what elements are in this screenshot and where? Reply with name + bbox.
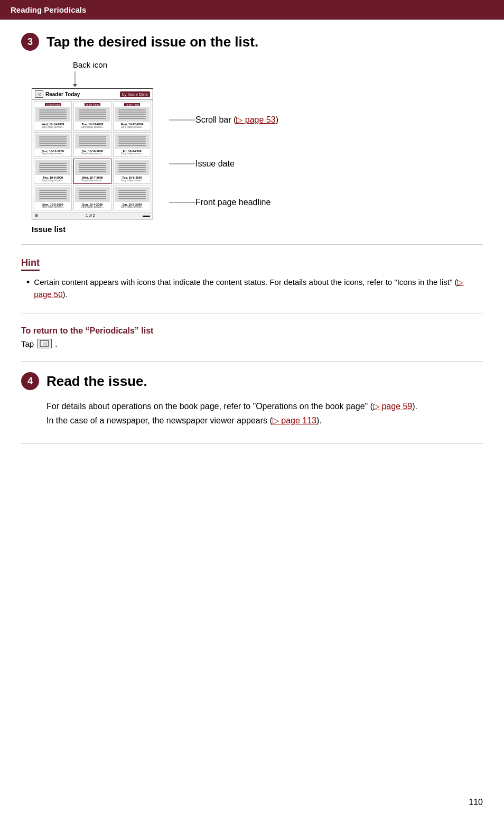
page-header: Reading Periodicals (0, 0, 504, 20)
step4-title: Read the issue. (46, 373, 147, 390)
device-footer: ⊞ 1 of 2 ▬▬ (32, 212, 153, 219)
hint-item: • Certain content appears with icons tha… (26, 276, 483, 300)
list-item: Sat, 10-10-2009 Sony today announ... (73, 132, 111, 158)
issue-thumb (75, 134, 110, 149)
issue-desc: Sony today announ... (35, 180, 70, 182)
scroll-bar-link[interactable]: ▷ page 53 (236, 115, 275, 124)
list-item: To Be Read Tue, 10-13-2009 Sony today an… (73, 101, 111, 131)
issue-thumb (75, 187, 110, 202)
step4-header: 4 Read the issue. (21, 372, 483, 390)
list-item: To Be Read Wed, 10-14-2009 Sony today an… (34, 101, 72, 131)
issue-thumb (35, 160, 70, 175)
list-item: Thu, 10-8-2009 Sony today announ... (34, 159, 72, 184)
list-item: Sun, 10-11-2009 Sony today announ... (34, 132, 72, 158)
return-body: Tap ◁ . (21, 339, 483, 348)
issue-desc: Sony today announ... (75, 153, 110, 155)
section-divider-3 (21, 361, 483, 362)
step4-number: 4 (21, 372, 39, 390)
issue-tag: To Be Read (124, 103, 140, 106)
issue-desc: Sony today announ... (115, 206, 150, 209)
step4-page59-link[interactable]: ▷ page 59 (373, 402, 412, 411)
issue-thumb (35, 134, 70, 149)
issue-desc: Sony today announ... (75, 180, 110, 182)
step4-line1: For details about operations on the book… (46, 402, 417, 411)
return-tap-prefix: Tap (21, 339, 34, 348)
issue-date-label: Issue date (195, 159, 235, 169)
section-divider-2 (21, 313, 483, 313)
list-item: Wed, 10-7-2009 Sony today announ... (73, 159, 111, 184)
callout-connector-issue-date (169, 161, 195, 167)
issue-thumb (75, 107, 110, 122)
issue-tag: To Be Read (85, 103, 100, 106)
issue-date-callout: Issue date (169, 159, 278, 169)
footer-scroll: ▬▬ (143, 214, 150, 218)
issue-thumb (115, 187, 150, 202)
back-button-icon: ◁ (40, 340, 49, 347)
list-item: To Be Read Mon, 10-12-2009 Sony today an… (113, 101, 151, 131)
front-page-label: Front page headline (195, 198, 270, 207)
device-screen: ◁ Reader Today by Issue Date To Be Read … (32, 88, 153, 219)
issue-desc: Sony today announ... (115, 180, 150, 182)
issue-desc: Sony today announ... (115, 126, 150, 129)
back-icon-box: ◁ (35, 90, 43, 98)
list-item: Sat, 10-3-2009 Sony today announ... (113, 186, 151, 211)
step3-number: 3 (21, 33, 39, 51)
issue-desc: Sony today announ... (75, 206, 110, 209)
step4-body: For details about operations on the book… (46, 400, 483, 428)
section-divider-1 (21, 244, 483, 245)
step3-section: 3 Tap the desired issue on the list. Bac… (21, 33, 483, 234)
issue-thumb (115, 107, 150, 122)
issue-desc: Sony today announ... (75, 126, 110, 129)
return-section: To return to the “Periodicals” list Tap … (21, 326, 483, 348)
list-item: Mon, 10-5-2009 Sony today announ... (34, 186, 72, 211)
main-content: 3 Tap the desired issue on the list. Bac… (0, 20, 504, 476)
issue-list-label: Issue list (32, 225, 483, 234)
list-item: Tue, 10-6-2009 Sony today announ... (113, 159, 151, 184)
section-divider-4 (21, 443, 483, 444)
hint-section: Hint • Certain content appears with icon… (21, 257, 483, 300)
hint-bullet: • (26, 276, 30, 289)
step4-line2: In the case of a newspaper, the newspape… (46, 416, 322, 425)
issue-thumb (75, 160, 110, 175)
back-icon-label-area: Back icon (42, 60, 483, 87)
callout-connector-front-page (169, 200, 195, 205)
hint-text: Certain content appears with icons that … (34, 276, 483, 300)
header-title: Reading Periodicals (11, 5, 86, 14)
page-number: 110 (469, 798, 483, 807)
scroll-bar-callout: Scroll bar (▷ page 53) (169, 115, 278, 125)
hint-page-link[interactable]: ▷ page 50 (34, 278, 463, 299)
issue-desc: Sony today announ... (35, 126, 70, 129)
list-item: Fri, 10-9-2009 Sony today announ... (113, 132, 151, 158)
by-issue-button: by Issue Date (120, 91, 150, 97)
svg-text:◁: ◁ (43, 341, 46, 346)
footer-page: 1 of 2 (86, 214, 95, 218)
return-title: To return to the “Periodicals” list (21, 326, 483, 336)
issues-grid: To Be Read Wed, 10-14-2009 Sony today an… (32, 100, 153, 212)
hint-title: Hint (21, 257, 40, 271)
device-header-left: ◁ Reader Today (35, 90, 80, 98)
callout-connector-scroll (169, 117, 195, 123)
issue-desc: Sony today announ... (115, 153, 150, 155)
front-page-callout: Front page headline (169, 198, 278, 207)
step4-page113-link[interactable]: ▷ page 113 (273, 416, 316, 425)
issue-thumb (115, 134, 150, 149)
return-tap-suffix: . (55, 339, 57, 348)
issue-tag: To Be Read (45, 103, 61, 106)
step3-header: 3 Tap the desired issue on the list. (21, 33, 483, 51)
issue-thumb (35, 187, 70, 202)
step4-section: 4 Read the issue. For details about oper… (21, 372, 483, 428)
issue-desc: Sony today announ... (35, 206, 70, 209)
issue-thumb (35, 107, 70, 122)
svg-marker-1 (73, 84, 77, 87)
back-icon-arrow (70, 71, 101, 87)
step3-title: Tap the desired issue on the list. (46, 34, 258, 50)
issue-desc: Sony today announ... (35, 153, 70, 155)
scroll-bar-label: Scroll bar (▷ page 53) (195, 115, 278, 125)
device-header: ◁ Reader Today by Issue Date (32, 89, 153, 100)
return-tap-icon: ◁ (37, 339, 52, 348)
back-icon-label: Back icon (73, 60, 107, 69)
callout-area: Scroll bar (▷ page 53) Issue date Front … (169, 88, 278, 219)
list-item: Sun, 10-4-2009 Sony today announ... (73, 186, 111, 211)
issue-thumb (115, 160, 150, 175)
diagram-area: ◁ Reader Today by Issue Date To Be Read … (32, 88, 483, 219)
